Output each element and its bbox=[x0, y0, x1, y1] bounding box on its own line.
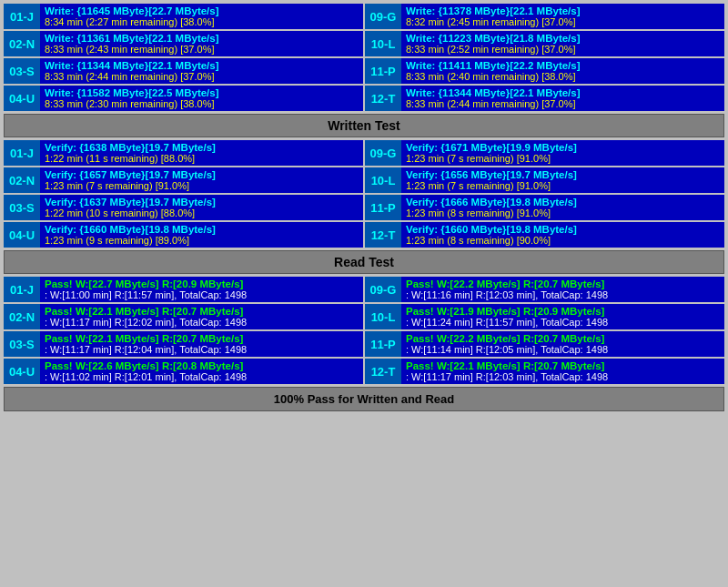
drive-id-left: 02-N bbox=[4, 304, 40, 329]
drive-id-left: 04-U bbox=[4, 86, 40, 111]
right-cell: 10-LPass! W:[21.9 MByte/s] R:[20.9 MByte… bbox=[365, 304, 724, 329]
line1-left: Verify: {1660 MByte}[19.8 MByte/s] bbox=[45, 224, 359, 235]
line2-right: 8:32 min (2:45 min remaining) [37.0%] bbox=[406, 16, 720, 27]
drive-id-left: 02-N bbox=[4, 167, 40, 193]
line2-right: 1:23 min (8 s remaining) [91.0%] bbox=[406, 207, 720, 218]
drive-id-left: 03-S bbox=[4, 195, 40, 220]
left-cell: 01-JPass! W:[22.7 MByte/s] R:[20.9 MByte… bbox=[4, 277, 363, 302]
line1-right: Verify: {1660 MByte}[19.8 MByte/s] bbox=[406, 224, 720, 235]
data-block-right: Write: {11223 MByte}[21.8 MByte/s]8:33 m… bbox=[401, 31, 724, 56]
data-block-right: Pass! W:[21.9 MByte/s] R:[20.9 MByte/s]:… bbox=[401, 304, 724, 329]
left-cell: 03-SPass! W:[22.1 MByte/s] R:[20.7 MByte… bbox=[4, 331, 363, 357]
data-block-right: Verify: {1656 MByte}[19.7 MByte/s]1:23 m… bbox=[401, 167, 724, 193]
bottom-label: 100% Pass for Written and Read bbox=[274, 392, 454, 406]
line1-left: Pass! W:[22.1 MByte/s] R:[20.7 MByte/s] bbox=[45, 333, 359, 344]
left-cell: 02-NPass! W:[22.1 MByte/s] R:[20.7 MByte… bbox=[4, 304, 363, 329]
line1-right: Write: {11411 MByte}[22.2 MByte/s] bbox=[406, 60, 720, 71]
row: 03-SVerify: {1637 MByte}[19.7 MByte/s]1:… bbox=[4, 195, 724, 220]
data-block-left: Write: {11645 MByte}[22.7 MByte/s]8:34 m… bbox=[40, 4, 363, 29]
drive-id-left: 01-J bbox=[4, 140, 40, 166]
line2-left: : W:[11:17 min] R:[12:04 min], TotalCap:… bbox=[45, 344, 359, 355]
data-block-left: Pass! W:[22.6 MByte/s] R:[20.8 MByte/s]:… bbox=[40, 359, 363, 384]
line2-left: 8:33 min (2:43 min remaining) [37.0%] bbox=[45, 44, 359, 55]
data-block-left: Verify: {1638 MByte}[19.7 MByte/s]1:22 m… bbox=[40, 140, 363, 166]
left-cell: 04-UWrite: {11582 MByte}[22.5 MByte/s]8:… bbox=[4, 86, 363, 111]
row: 04-UVerify: {1660 MByte}[19.8 MByte/s]1:… bbox=[4, 222, 724, 248]
drive-id-right: 11-P bbox=[365, 58, 401, 84]
left-cell: 02-NWrite: {11361 MByte}[22.1 MByte/s]8:… bbox=[4, 31, 363, 56]
line1-right: Verify: {1656 MByte}[19.7 MByte/s] bbox=[406, 169, 720, 180]
data-block-left: Pass! W:[22.7 MByte/s] R:[20.9 MByte/s]:… bbox=[40, 277, 363, 302]
line1-right: Pass! W:[21.9 MByte/s] R:[20.9 MByte/s] bbox=[406, 306, 720, 317]
line2-left: 8:33 min (2:44 min remaining) [37.0%] bbox=[45, 71, 359, 82]
data-block-right: Write: {11411 MByte}[22.2 MByte/s]8:33 m… bbox=[401, 58, 724, 84]
left-cell: 02-NVerify: {1657 MByte}[19.7 MByte/s]1:… bbox=[4, 167, 363, 193]
drive-id-right: 09-G bbox=[365, 4, 401, 29]
right-cell: 12-TVerify: {1660 MByte}[19.8 MByte/s]1:… bbox=[365, 222, 724, 248]
data-block-right: Pass! W:[22.1 MByte/s] R:[20.7 MByte/s]:… bbox=[401, 359, 724, 384]
data-block-right: Pass! W:[22.2 MByte/s] R:[20.7 MByte/s]:… bbox=[401, 331, 724, 357]
line2-right: : W:[11:14 min] R:[12:05 min], TotalCap:… bbox=[406, 344, 720, 355]
line2-left: 1:23 min (7 s remaining) [91.0%] bbox=[45, 180, 359, 191]
pass-section: 01-JPass! W:[22.7 MByte/s] R:[20.9 MByte… bbox=[4, 277, 724, 384]
right-cell: 12-TPass! W:[22.1 MByte/s] R:[20.7 MByte… bbox=[365, 359, 724, 384]
line1-left: Write: {11344 MByte}[22.1 MByte/s] bbox=[45, 60, 359, 71]
line1-left: Verify: {1637 MByte}[19.7 MByte/s] bbox=[45, 197, 359, 207]
line2-left: 1:22 min (10 s remaining) [88.0%] bbox=[45, 207, 359, 218]
read-test-label: Read Test bbox=[334, 255, 394, 269]
line2-right: 1:23 min (7 s remaining) [91.0%] bbox=[406, 180, 720, 191]
line2-right: : W:[11:16 min] R:[12:03 min], TotalCap:… bbox=[406, 289, 720, 300]
line1-left: Pass! W:[22.6 MByte/s] R:[20.8 MByte/s] bbox=[45, 360, 359, 371]
drive-id-right: 09-G bbox=[365, 277, 401, 302]
line2-right: : W:[11:17 min] R:[12:03 min], TotalCap:… bbox=[406, 371, 720, 382]
written-test-divider: Written Test bbox=[4, 114, 724, 137]
line2-right: 8:33 min (2:40 min remaining) [38.0%] bbox=[406, 71, 720, 82]
line1-left: Write: {11582 MByte}[22.5 MByte/s] bbox=[45, 87, 359, 98]
line1-right: Pass! W:[22.2 MByte/s] R:[20.7 MByte/s] bbox=[406, 278, 720, 289]
left-cell: 01-JVerify: {1638 MByte}[19.7 MByte/s]1:… bbox=[4, 140, 363, 166]
main-container: 01-JWrite: {11645 MByte}[22.7 MByte/s]8:… bbox=[0, 0, 728, 415]
row: 04-UPass! W:[22.6 MByte/s] R:[20.8 MByte… bbox=[4, 359, 724, 384]
drive-id-left: 02-N bbox=[4, 31, 40, 56]
row: 02-NWrite: {11361 MByte}[22.1 MByte/s]8:… bbox=[4, 31, 724, 56]
line1-left: Pass! W:[22.7 MByte/s] R:[20.9 MByte/s] bbox=[45, 278, 359, 289]
line2-right: 1:23 min (7 s remaining) [91.0%] bbox=[406, 153, 720, 164]
drive-id-right: 12-T bbox=[365, 359, 401, 384]
line2-right: 1:23 min (8 s remaining) [90.0%] bbox=[406, 235, 720, 246]
line2-left: : W:[11:17 min] R:[12:02 min], TotalCap:… bbox=[45, 317, 359, 328]
line2-right: 8:33 min (2:52 min remaining) [37.0%] bbox=[406, 44, 720, 55]
drive-id-right: 12-T bbox=[365, 86, 401, 111]
drive-id-right: 12-T bbox=[365, 222, 401, 248]
right-cell: 12-TWrite: {11344 MByte}[22.1 MByte/s]8:… bbox=[365, 86, 724, 111]
data-block-left: Write: {11582 MByte}[22.5 MByte/s]8:33 m… bbox=[40, 86, 363, 111]
right-cell: 10-LVerify: {1656 MByte}[19.7 MByte/s]1:… bbox=[365, 167, 724, 193]
data-block-left: Verify: {1637 MByte}[19.7 MByte/s]1:22 m… bbox=[40, 195, 363, 220]
line1-right: Write: {11223 MByte}[21.8 MByte/s] bbox=[406, 33, 720, 44]
line1-right: Write: {11344 MByte}[22.1 MByte/s] bbox=[406, 87, 720, 98]
data-block-left: Write: {11344 MByte}[22.1 MByte/s]8:33 m… bbox=[40, 58, 363, 84]
drive-id-left: 03-S bbox=[4, 58, 40, 84]
right-cell: 09-GVerify: {1671 MByte}[19.9 MByte/s]1:… bbox=[365, 140, 724, 166]
line1-right: Verify: {1666 MByte}[19.8 MByte/s] bbox=[406, 197, 720, 207]
drive-id-left: 03-S bbox=[4, 331, 40, 357]
left-cell: 03-SVerify: {1637 MByte}[19.7 MByte/s]1:… bbox=[4, 195, 363, 220]
read-test-divider: Read Test bbox=[4, 250, 724, 274]
data-block-left: Pass! W:[22.1 MByte/s] R:[20.7 MByte/s]:… bbox=[40, 331, 363, 357]
data-block-right: Write: {11378 MByte}[22.1 MByte/s]8:32 m… bbox=[401, 4, 724, 29]
left-cell: 01-JWrite: {11645 MByte}[22.7 MByte/s]8:… bbox=[4, 4, 363, 29]
row: 01-JPass! W:[22.7 MByte/s] R:[20.9 MByte… bbox=[4, 277, 724, 302]
line1-right: Write: {11378 MByte}[22.1 MByte/s] bbox=[406, 5, 720, 16]
drive-id-right: 11-P bbox=[365, 331, 401, 357]
line1-left: Write: {11645 MByte}[22.7 MByte/s] bbox=[45, 5, 359, 16]
row: 01-JWrite: {11645 MByte}[22.7 MByte/s]8:… bbox=[4, 4, 724, 29]
drive-id-left: 01-J bbox=[4, 4, 40, 29]
drive-id-left: 01-J bbox=[4, 277, 40, 302]
drive-id-right: 10-L bbox=[365, 31, 401, 56]
line1-left: Write: {11361 MByte}[22.1 MByte/s] bbox=[45, 33, 359, 44]
data-block-right: Verify: {1666 MByte}[19.8 MByte/s]1:23 m… bbox=[401, 195, 724, 220]
line1-right: Verify: {1671 MByte}[19.9 MByte/s] bbox=[406, 142, 720, 153]
written-test-label: Written Test bbox=[328, 118, 400, 133]
left-cell: 04-UVerify: {1660 MByte}[19.8 MByte/s]1:… bbox=[4, 222, 363, 248]
data-block-right: Write: {11344 MByte}[22.1 MByte/s]8:33 m… bbox=[401, 86, 724, 111]
data-block-left: Pass! W:[22.1 MByte/s] R:[20.7 MByte/s]:… bbox=[40, 304, 363, 329]
